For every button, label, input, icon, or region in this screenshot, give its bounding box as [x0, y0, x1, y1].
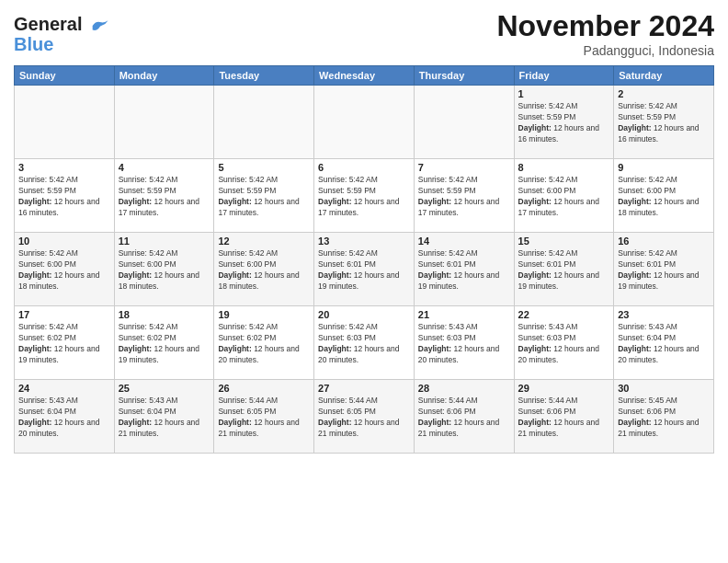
- daylight-label: Daylight:: [418, 344, 454, 353]
- day-number: 25: [119, 383, 210, 394]
- day-info: Sunrise: 5:42 AMSunset: 6:00 PMDaylight:…: [518, 175, 610, 219]
- calendar-day-cell: 29Sunrise: 5:44 AMSunset: 6:06 PMDayligh…: [514, 380, 614, 454]
- daylight-label: Daylight:: [218, 344, 254, 353]
- calendar-day-cell: 8Sunrise: 5:42 AMSunset: 6:00 PMDaylight…: [514, 159, 614, 233]
- calendar-day-cell: 9Sunrise: 5:42 AMSunset: 6:00 PMDaylight…: [614, 159, 714, 233]
- calendar-day-header: Wednesday: [314, 66, 415, 86]
- day-number: 7: [418, 162, 510, 173]
- day-info: Sunrise: 5:42 AMSunset: 5:59 PMDaylight:…: [218, 175, 310, 219]
- calendar-day-header: Thursday: [414, 66, 514, 86]
- day-number: 6: [318, 162, 410, 173]
- day-number: 30: [618, 383, 710, 394]
- calendar-day-header: Friday: [514, 66, 614, 86]
- calendar-day-cell: 1Sunrise: 5:42 AMSunset: 5:59 PMDaylight…: [514, 86, 614, 159]
- calendar-header-row: SundayMondayTuesdayWednesdayThursdayFrid…: [15, 66, 714, 86]
- calendar-week-row: 1Sunrise: 5:42 AMSunset: 5:59 PMDaylight…: [15, 86, 714, 159]
- month-title: November 2024: [496, 9, 714, 43]
- daylight-label: Daylight:: [318, 270, 354, 280]
- day-info: Sunrise: 5:42 AMSunset: 6:02 PMDaylight:…: [18, 322, 110, 366]
- calendar-day-cell: 3Sunrise: 5:42 AMSunset: 5:59 PMDaylight…: [15, 159, 115, 233]
- calendar-day-cell: 2Sunrise: 5:42 AMSunset: 5:59 PMDaylight…: [614, 86, 714, 159]
- day-number: 10: [18, 236, 110, 247]
- daylight-label: Daylight:: [418, 270, 454, 280]
- daylight-label: Daylight:: [119, 344, 154, 353]
- day-number: 20: [318, 309, 410, 320]
- day-number: 21: [418, 309, 510, 320]
- daylight-label: Daylight:: [318, 344, 354, 353]
- daylight-label: Daylight:: [318, 418, 354, 427]
- calendar-day-cell: [314, 86, 415, 159]
- daylight-label: Daylight:: [518, 344, 554, 353]
- day-info: Sunrise: 5:42 AMSunset: 6:01 PMDaylight:…: [418, 248, 510, 293]
- calendar-day-cell: [414, 86, 514, 159]
- day-info: Sunrise: 5:42 AMSunset: 5:59 PMDaylight:…: [618, 101, 710, 145]
- page-container: General Blue November 2024 Padangguci, I…: [0, 0, 728, 463]
- day-info: Sunrise: 5:42 AMSunset: 5:59 PMDaylight:…: [318, 175, 410, 219]
- day-number: 29: [518, 383, 610, 394]
- day-info: Sunrise: 5:42 AMSunset: 6:03 PMDaylight:…: [318, 322, 410, 366]
- calendar-day-cell: 16Sunrise: 5:42 AMSunset: 6:01 PMDayligh…: [614, 233, 714, 306]
- day-info: Sunrise: 5:42 AMSunset: 6:02 PMDaylight:…: [119, 322, 210, 366]
- daylight-label: Daylight:: [618, 270, 654, 280]
- day-info: Sunrise: 5:42 AMSunset: 6:00 PMDaylight:…: [18, 248, 110, 293]
- day-number: 4: [119, 162, 210, 173]
- daylight-label: Daylight:: [618, 123, 654, 132]
- day-info: Sunrise: 5:42 AMSunset: 5:59 PMDaylight:…: [18, 175, 110, 219]
- day-number: 5: [218, 162, 310, 173]
- calendar-day-cell: 13Sunrise: 5:42 AMSunset: 6:01 PMDayligh…: [314, 233, 415, 306]
- calendar-day-cell: 27Sunrise: 5:44 AMSunset: 6:05 PMDayligh…: [314, 380, 415, 454]
- calendar-day-cell: 21Sunrise: 5:43 AMSunset: 6:03 PMDayligh…: [414, 306, 514, 380]
- day-info: Sunrise: 5:43 AMSunset: 6:03 PMDaylight:…: [418, 322, 510, 366]
- day-number: 1: [518, 88, 610, 99]
- day-number: 26: [218, 383, 310, 394]
- calendar-table: SundayMondayTuesdayWednesdayThursdayFrid…: [14, 65, 714, 454]
- day-number: 22: [518, 309, 610, 320]
- daylight-label: Daylight:: [18, 418, 54, 427]
- calendar-day-header: Tuesday: [214, 66, 314, 86]
- calendar-day-cell: [114, 86, 214, 159]
- day-number: 18: [119, 309, 210, 320]
- day-info: Sunrise: 5:42 AMSunset: 5:59 PMDaylight:…: [119, 175, 210, 219]
- calendar-day-cell: 28Sunrise: 5:44 AMSunset: 6:06 PMDayligh…: [414, 380, 514, 454]
- daylight-label: Daylight:: [518, 197, 554, 206]
- calendar-day-cell: 10Sunrise: 5:42 AMSunset: 6:00 PMDayligh…: [15, 233, 115, 306]
- calendar-day-cell: 19Sunrise: 5:42 AMSunset: 6:02 PMDayligh…: [214, 306, 314, 380]
- calendar-day-cell: 17Sunrise: 5:42 AMSunset: 6:02 PMDayligh…: [15, 306, 115, 380]
- day-info: Sunrise: 5:43 AMSunset: 6:04 PMDaylight:…: [618, 322, 710, 366]
- calendar-week-row: 24Sunrise: 5:43 AMSunset: 6:04 PMDayligh…: [15, 380, 714, 454]
- day-number: 15: [518, 236, 610, 247]
- day-number: 27: [318, 383, 410, 394]
- calendar-day-header: Saturday: [614, 66, 714, 86]
- calendar-day-cell: 23Sunrise: 5:43 AMSunset: 6:04 PMDayligh…: [614, 306, 714, 380]
- daylight-label: Daylight:: [18, 270, 54, 280]
- calendar-day-cell: 25Sunrise: 5:43 AMSunset: 6:04 PMDayligh…: [114, 380, 214, 454]
- day-number: 19: [218, 309, 310, 320]
- day-info: Sunrise: 5:42 AMSunset: 6:02 PMDaylight:…: [218, 322, 310, 366]
- day-info: Sunrise: 5:42 AMSunset: 6:01 PMDaylight:…: [518, 248, 610, 293]
- daylight-label: Daylight:: [418, 197, 454, 206]
- day-info: Sunrise: 5:43 AMSunset: 6:04 PMDaylight:…: [119, 396, 210, 440]
- day-number: 13: [318, 236, 410, 247]
- daylight-label: Daylight:: [618, 418, 654, 427]
- day-info: Sunrise: 5:43 AMSunset: 6:03 PMDaylight:…: [518, 322, 610, 366]
- day-info: Sunrise: 5:44 AMSunset: 6:06 PMDaylight:…: [418, 396, 510, 440]
- logo: General Blue: [14, 14, 109, 54]
- title-area: November 2024 Padangguci, Indonesia: [496, 9, 714, 58]
- daylight-label: Daylight:: [218, 418, 254, 427]
- daylight-label: Daylight:: [518, 418, 554, 427]
- calendar-day-cell: 11Sunrise: 5:42 AMSunset: 6:00 PMDayligh…: [114, 233, 214, 306]
- day-info: Sunrise: 5:44 AMSunset: 6:05 PMDaylight:…: [218, 396, 310, 440]
- daylight-label: Daylight:: [618, 344, 654, 353]
- calendar-day-cell: 14Sunrise: 5:42 AMSunset: 6:01 PMDayligh…: [414, 233, 514, 306]
- calendar-day-cell: 30Sunrise: 5:45 AMSunset: 6:06 PMDayligh…: [614, 380, 714, 454]
- daylight-label: Daylight:: [518, 270, 554, 280]
- day-info: Sunrise: 5:44 AMSunset: 6:06 PMDaylight:…: [518, 396, 610, 440]
- calendar-day-cell: 15Sunrise: 5:42 AMSunset: 6:01 PMDayligh…: [514, 233, 614, 306]
- calendar-day-cell: 24Sunrise: 5:43 AMSunset: 6:04 PMDayligh…: [15, 380, 115, 454]
- page-header: General Blue November 2024 Padangguci, I…: [14, 9, 714, 58]
- day-info: Sunrise: 5:42 AMSunset: 6:00 PMDaylight:…: [218, 248, 310, 293]
- daylight-label: Daylight:: [418, 418, 454, 427]
- calendar-day-cell: 12Sunrise: 5:42 AMSunset: 6:00 PMDayligh…: [214, 233, 314, 306]
- daylight-label: Daylight:: [518, 123, 554, 132]
- calendar-week-row: 17Sunrise: 5:42 AMSunset: 6:02 PMDayligh…: [15, 306, 714, 380]
